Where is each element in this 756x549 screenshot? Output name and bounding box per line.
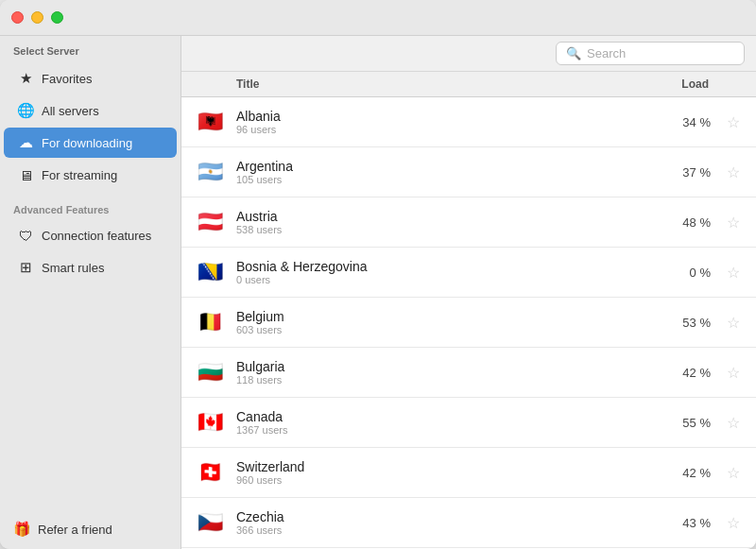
server-table: Title Load 🇦🇱 Albania 96 users 34 % ☆ 🇦🇷… bbox=[181, 72, 756, 549]
table-row[interactable]: 🇦🇷 Argentina 105 users 37 % ☆ bbox=[181, 147, 756, 197]
cloud-icon: ☁ bbox=[17, 134, 34, 151]
table-body: 🇦🇱 Albania 96 users 34 % ☆ 🇦🇷 Argentina … bbox=[181, 97, 756, 549]
sidebar-item-connection-features[interactable]: 🛡 Connection features bbox=[4, 220, 177, 250]
favorite-star[interactable]: ☆ bbox=[722, 464, 745, 482]
user-count: 96 users bbox=[236, 124, 646, 135]
favorite-star[interactable]: ☆ bbox=[722, 113, 745, 131]
country-name: Belgium bbox=[236, 309, 646, 324]
user-count: 118 users bbox=[236, 374, 646, 386]
load-value: 42 % bbox=[646, 466, 722, 480]
load-value: 34 % bbox=[646, 115, 722, 129]
country-flag: 🇨🇦 bbox=[193, 405, 227, 439]
favorite-star[interactable]: ☆ bbox=[722, 364, 745, 382]
country-name: Czechia bbox=[236, 509, 646, 524]
sidebar-label-for-downloading: For downloading bbox=[42, 136, 132, 150]
favorite-star[interactable]: ☆ bbox=[722, 163, 745, 181]
gift-icon: 🎁 bbox=[13, 521, 30, 538]
country-name: Bosnia & Herzegovina bbox=[236, 259, 646, 274]
star-icon: ★ bbox=[17, 70, 34, 87]
load-value: 55 % bbox=[646, 416, 722, 430]
search-input[interactable] bbox=[587, 46, 734, 60]
sidebar-item-favorites[interactable]: ★ Favorites bbox=[4, 63, 177, 94]
sidebar-item-for-downloading[interactable]: ☁ For downloading bbox=[4, 128, 177, 158]
user-count: 603 users bbox=[236, 324, 646, 335]
grid-icon: ⊞ bbox=[17, 259, 34, 276]
user-count: 366 users bbox=[236, 524, 646, 536]
table-row[interactable]: 🇨🇭 Switzerland 960 users 42 % ☆ bbox=[181, 448, 756, 498]
sidebar-label-connection-features: Connection features bbox=[42, 229, 151, 243]
country-flag: 🇨🇭 bbox=[193, 455, 227, 489]
fullscreen-button[interactable] bbox=[51, 11, 63, 24]
user-count: 960 users bbox=[236, 474, 646, 486]
country-name: Canada bbox=[236, 409, 646, 424]
table-row[interactable]: 🇦🇱 Albania 96 users 34 % ☆ bbox=[181, 97, 756, 147]
country-name: Argentina bbox=[236, 159, 646, 174]
user-count: 538 users bbox=[236, 224, 646, 235]
table-row[interactable]: 🇨🇿 Czechia 366 users 43 % ☆ bbox=[181, 498, 756, 548]
load-value: 37 % bbox=[646, 165, 722, 180]
user-count: 1367 users bbox=[236, 424, 646, 436]
load-value: 53 % bbox=[646, 316, 722, 330]
country-flag: 🇧🇬 bbox=[193, 355, 227, 389]
country-name: Albania bbox=[236, 109, 646, 124]
sidebar-label-for-streaming: For streaming bbox=[42, 168, 117, 182]
refer-a-friend-button[interactable]: 🎁 Refer a friend bbox=[0, 509, 180, 549]
load-value: 0 % bbox=[646, 266, 722, 280]
sidebar-label-refer: Refer a friend bbox=[38, 523, 112, 537]
user-count: 105 users bbox=[236, 174, 646, 185]
globe-icon: 🌐 bbox=[17, 102, 34, 119]
load-value: 48 % bbox=[646, 215, 722, 230]
column-title-header: Title bbox=[193, 77, 641, 91]
table-header-row: Title Load bbox=[181, 72, 756, 97]
main-content: 🔍 Title Load 🇦🇱 Albania 96 users 34 % ☆ bbox=[181, 36, 756, 549]
monitor-icon: 🖥 bbox=[17, 166, 34, 183]
favorite-star[interactable]: ☆ bbox=[722, 264, 745, 282]
favorite-star[interactable]: ☆ bbox=[722, 414, 745, 432]
sidebar: Select Server ★ Favorites 🌐 All servers … bbox=[0, 36, 181, 549]
table-row[interactable]: 🇧🇪 Belgium 603 users 53 % ☆ bbox=[181, 298, 756, 348]
sidebar-label-favorites: Favorites bbox=[42, 72, 92, 86]
table-row[interactable]: 🇧🇦 Bosnia & Herzegovina 0 users 0 % ☆ bbox=[181, 248, 756, 298]
country-flag: 🇦🇱 bbox=[193, 105, 227, 139]
minimize-button[interactable] bbox=[31, 11, 43, 24]
table-row[interactable]: 🇦🇹 Austria 538 users 48 % ☆ bbox=[181, 197, 756, 248]
country-name: Bulgaria bbox=[236, 359, 646, 374]
country-flag: 🇦🇹 bbox=[193, 205, 227, 239]
country-flag: 🇧🇪 bbox=[193, 305, 227, 339]
sidebar-label-smart-rules: Smart rules bbox=[42, 261, 104, 275]
favorite-star[interactable]: ☆ bbox=[722, 314, 745, 332]
load-value: 43 % bbox=[646, 516, 722, 530]
column-load-header: Load bbox=[641, 77, 716, 91]
country-name: Austria bbox=[236, 209, 646, 224]
titlebar bbox=[0, 0, 756, 36]
search-box[interactable]: 🔍 bbox=[556, 42, 745, 65]
country-name: Switzerland bbox=[236, 459, 646, 474]
sidebar-item-for-streaming[interactable]: 🖥 For streaming bbox=[4, 160, 177, 190]
traffic-lights bbox=[11, 11, 63, 24]
search-icon: 🔍 bbox=[566, 46, 581, 60]
table-row[interactable]: 🇧🇬 Bulgaria 118 users 42 % ☆ bbox=[181, 348, 756, 398]
user-count: 0 users bbox=[236, 274, 646, 285]
sidebar-item-smart-rules[interactable]: ⊞ Smart rules bbox=[4, 252, 177, 283]
sidebar-label-all-servers: All servers bbox=[42, 104, 99, 118]
close-button[interactable] bbox=[11, 11, 24, 24]
shield-icon: 🛡 bbox=[17, 227, 34, 244]
advanced-features-header: Advanced Features bbox=[0, 195, 180, 219]
favorite-star[interactable]: ☆ bbox=[722, 214, 745, 232]
sidebar-item-all-servers[interactable]: 🌐 All servers bbox=[4, 95, 177, 126]
favorite-star[interactable]: ☆ bbox=[722, 514, 745, 532]
load-value: 42 % bbox=[646, 366, 722, 380]
country-flag: 🇧🇦 bbox=[193, 255, 227, 289]
app-window: Select Server ★ Favorites 🌐 All servers … bbox=[0, 0, 756, 549]
country-flag: 🇨🇿 bbox=[193, 506, 227, 540]
sidebar-header: Select Server bbox=[0, 36, 180, 62]
table-row[interactable]: 🇨🇦 Canada 1367 users 55 % ☆ bbox=[181, 398, 756, 448]
country-flag: 🇦🇷 bbox=[193, 155, 227, 189]
content-area: Select Server ★ Favorites 🌐 All servers … bbox=[0, 36, 756, 549]
main-header: 🔍 bbox=[181, 36, 756, 72]
